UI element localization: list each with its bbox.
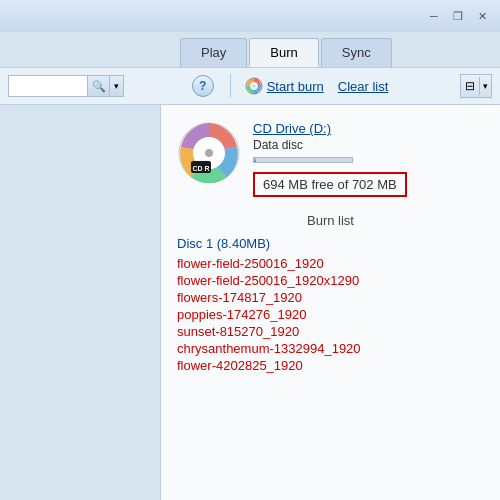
- svg-point-6: [205, 149, 213, 157]
- restore-button[interactable]: ❐: [448, 6, 468, 26]
- content-area: CD R CD Drive (D:) Data disc 694 MB free…: [0, 105, 500, 500]
- help-icon: ?: [199, 79, 206, 93]
- tab-burn[interactable]: Burn: [249, 38, 318, 67]
- toolbar: 🔍 ▾ ? Start burn Clear list: [0, 67, 500, 105]
- tab-sync[interactable]: Sync: [321, 38, 392, 67]
- sidebar: [0, 105, 160, 500]
- title-bar: ─ ❐ ✕: [0, 0, 500, 32]
- start-burn-label: Start burn: [267, 79, 324, 94]
- burn-item[interactable]: flower-field-250016_1920x1290: [177, 272, 484, 289]
- title-bar-controls: ─ ❐ ✕: [424, 6, 492, 26]
- svg-point-3: [252, 85, 255, 88]
- drive-info: CD Drive (D:) Data disc 694 MB free of 7…: [253, 121, 407, 197]
- window: ─ ❐ ✕ Play Burn Sync 🔍 ▾ ?: [0, 0, 500, 500]
- view-options-button[interactable]: ⊟ ▾: [460, 74, 492, 98]
- search-area: 🔍 ▾: [8, 75, 124, 97]
- tab-play[interactable]: Play: [180, 38, 247, 67]
- main-panel: CD R CD Drive (D:) Data disc 694 MB free…: [160, 105, 500, 500]
- drive-section: CD R CD Drive (D:) Data disc 694 MB free…: [161, 105, 500, 209]
- burn-item[interactable]: poppies-174276_1920: [177, 306, 484, 323]
- burn-item[interactable]: flowers-174817_1920: [177, 289, 484, 306]
- burn-list-section: Burn list Disc 1 (8.40MB) flower-field-2…: [161, 209, 500, 386]
- close-button[interactable]: ✕: [472, 6, 492, 26]
- burn-item[interactable]: flower-field-250016_1920: [177, 255, 484, 272]
- burn-item[interactable]: flower-4202825_1920: [177, 357, 484, 374]
- burn-item[interactable]: chrysanthemum-1332994_1920: [177, 340, 484, 357]
- tab-bar: Play Burn Sync: [0, 32, 500, 67]
- start-burn-button[interactable]: Start burn: [239, 75, 330, 97]
- drive-type: Data disc: [253, 138, 407, 152]
- search-icon: 🔍: [92, 80, 106, 93]
- help-button[interactable]: ?: [192, 75, 214, 97]
- svg-text:CD R: CD R: [192, 165, 209, 172]
- search-input[interactable]: [8, 75, 88, 97]
- burn-cd-icon: [245, 77, 263, 95]
- minimize-button[interactable]: ─: [424, 6, 444, 26]
- burn-list-header: Burn list: [177, 213, 484, 228]
- view-dropdown-arrow: ▾: [480, 79, 491, 93]
- free-space-badge: 694 MB free of 702 MB: [253, 172, 407, 197]
- burn-items-list: flower-field-250016_1920flower-field-250…: [177, 255, 484, 374]
- clear-list-button[interactable]: Clear list: [334, 77, 393, 96]
- search-dropdown-button[interactable]: ▾: [110, 75, 124, 97]
- view-icon: ⊟: [461, 77, 480, 95]
- drive-name[interactable]: CD Drive (D:): [253, 121, 407, 136]
- drive-progress-bar: [253, 157, 353, 163]
- toolbar-separator: [230, 74, 231, 98]
- progress-fill: [254, 158, 256, 162]
- cd-drive-icon: CD R: [177, 121, 241, 185]
- disc-label[interactable]: Disc 1 (8.40MB): [177, 236, 484, 251]
- search-button[interactable]: 🔍: [88, 75, 110, 97]
- burn-item[interactable]: sunset-815270_1920: [177, 323, 484, 340]
